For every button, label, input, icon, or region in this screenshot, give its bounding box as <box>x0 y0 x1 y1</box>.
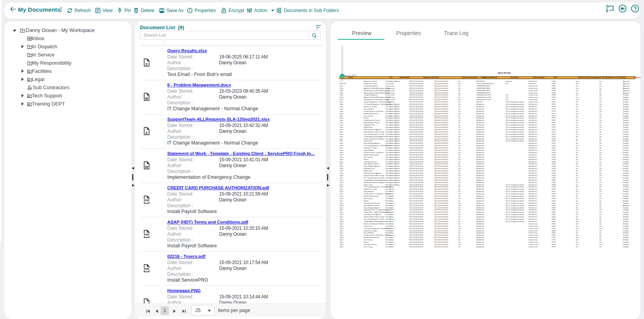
svg-text:w: w <box>145 96 148 100</box>
svg-text:x: x <box>145 130 148 135</box>
svg-text:PDF: PDF <box>144 199 149 202</box>
svg-text:PDF: PDF <box>144 233 149 236</box>
svg-text:x: x <box>145 62 148 66</box>
svg-text:PDF: PDF <box>144 267 149 271</box>
svg-text:w: w <box>145 165 148 169</box>
